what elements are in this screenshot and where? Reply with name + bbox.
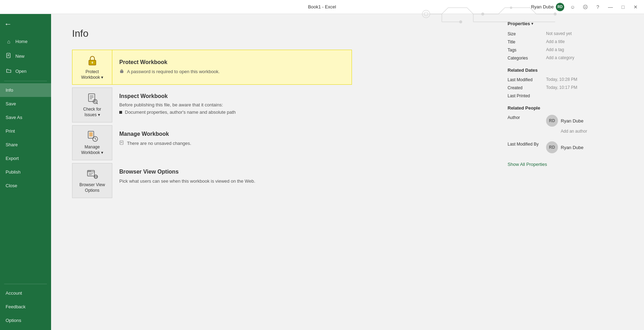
maximize-button[interactable]: □: [617, 1, 629, 13]
inspect-bullet-1: Document properties, author's name and a…: [119, 110, 345, 115]
sidebar-share-label: Share: [6, 142, 18, 147]
author-avatar: RD: [546, 115, 558, 127]
lastmodby-person-row: RD Ryan Dube: [546, 141, 583, 153]
close-button[interactable]: ✕: [630, 1, 641, 13]
browser-icon: [86, 168, 99, 180]
sidebar-item-save[interactable]: Save: [0, 97, 51, 111]
prop-row-lastmod: Last Modified Today, 10:28 PM: [508, 77, 634, 82]
main-content: Info ProtectWorkbook ▾ Protect: [51, 14, 497, 330]
sidebar-item-export[interactable]: Export: [0, 152, 51, 165]
related-dates-header: Related Dates: [508, 68, 634, 73]
prop-lastmod-value: Today, 10:28 PM: [546, 77, 634, 82]
user-info: Ryan Dube RD: [531, 3, 564, 11]
sidebar-item-new[interactable]: New: [0, 49, 51, 64]
prop-lastmod-label: Last Modified: [508, 77, 543, 82]
protect-workbook-button[interactable]: ProtectWorkbook ▾: [72, 50, 112, 85]
manage-desc: There are no unsaved changes.: [119, 140, 345, 147]
sidebar-item-feedback[interactable]: Feedback: [0, 300, 51, 314]
prop-lastmodby-value: RD Ryan Dube: [546, 141, 583, 155]
sidebar-item-account[interactable]: Account: [0, 286, 51, 300]
manage-workbook-content: Manage Workbook There are no unsaved cha…: [112, 125, 352, 153]
open-icon: [6, 68, 12, 75]
related-people-header: Related People: [508, 105, 634, 111]
title-bar: Book1 - Excel Ryan Dube RD ☺ ☹ ? — □ ✕: [0, 0, 644, 14]
svg-rect-36: [89, 132, 93, 136]
sidebar-item-publish[interactable]: Publish: [0, 165, 51, 179]
prop-row-categories: Categories Add a category: [508, 55, 634, 61]
prop-title-label: Title: [508, 39, 543, 44]
user-name: Ryan Dube: [531, 4, 554, 9]
properties-panel: Properties ▾ Size Not saved yet Title Ad…: [497, 14, 644, 330]
minimize-button[interactable]: —: [605, 1, 616, 13]
sidebar-item-options[interactable]: Options: [0, 314, 51, 327]
sidebar-nav: ⌂ Home New Open Info Save: [0, 34, 51, 282]
prop-tags-value[interactable]: Add a tag: [546, 47, 634, 52]
sidebar-bottom: Account Feedback Options: [0, 282, 51, 330]
svg-line-8: [498, 8, 505, 14]
sidebar-item-home[interactable]: ⌂ Home: [0, 34, 51, 49]
main-layout: ← ⌂ Home New Open Info: [0, 14, 644, 330]
prop-row-tags: Tags Add a tag: [508, 47, 634, 52]
sidebar-saveas-label: Save As: [6, 115, 22, 120]
show-all-properties-link[interactable]: Show All Properties: [508, 162, 547, 167]
sidebar-divider-2: [4, 284, 47, 284]
sidebar: ← ⌂ Home New Open Info: [0, 14, 51, 330]
sidebar-item-share[interactable]: Share: [0, 138, 51, 152]
lastmodby-avatar: RD: [546, 141, 558, 153]
sidebar-publish-label: Publish: [6, 169, 21, 175]
inspect-bullet-text: Document properties, author's name and a…: [125, 110, 236, 115]
prop-row-author: Author RD Ryan Dube Add an author: [508, 115, 634, 139]
svg-rect-26: [92, 62, 93, 64]
sidebar-divider-1: [4, 81, 47, 81]
sidebar-open-label: Open: [15, 69, 27, 74]
protect-workbook-content: Protect Workbook A password is required …: [112, 50, 352, 85]
right-layout: Info ProtectWorkbook ▾ Protect: [51, 14, 644, 330]
prop-categories-value[interactable]: Add a category: [546, 55, 634, 60]
prop-lastmodby-label: Last Modified By: [508, 141, 543, 147]
prop-author-label: Author: [508, 115, 543, 120]
sidebar-item-open[interactable]: Open: [0, 64, 51, 79]
prop-categories-label: Categories: [508, 55, 543, 61]
prop-title-value[interactable]: Add a title: [546, 39, 634, 44]
prop-row-lastmodby: Last Modified By RD Ryan Dube: [508, 141, 634, 155]
new-doc-icon: [6, 53, 12, 59]
sidebar-info-label: Info: [6, 87, 13, 93]
sidebar-item-close[interactable]: Close: [0, 179, 51, 192]
frown-icon[interactable]: ☹: [580, 1, 591, 13]
prop-row-size: Size Not saved yet: [508, 31, 634, 36]
prop-row-title: Title Add a title: [508, 39, 634, 44]
properties-header[interactable]: Properties ▾: [508, 21, 634, 26]
prop-author-value: RD Ryan Dube Add an author: [546, 115, 587, 139]
title-bar-icons: ☺ ☹ ? — □ ✕: [567, 1, 641, 13]
inspect-workbook-title: Inspect Workbook: [119, 93, 345, 99]
prop-row-lastprinted: Last Printed: [508, 93, 634, 98]
svg-line-39: [95, 139, 96, 140]
help-icon[interactable]: ?: [592, 1, 603, 13]
properties-title: Properties: [508, 21, 530, 26]
sidebar-item-print[interactable]: Print: [0, 124, 51, 138]
svg-point-45: [88, 171, 89, 171]
smiley-icon[interactable]: ☺: [567, 1, 578, 13]
back-arrow-icon: ←: [4, 20, 12, 29]
add-author-link[interactable]: Add an author: [546, 129, 587, 134]
bullet-icon: [119, 111, 122, 114]
sidebar-save-label: Save: [6, 101, 16, 106]
manage-workbook-button[interactable]: ManageWorkbook ▾: [72, 125, 112, 160]
browser-view-desc-text: Pick what users can see when this workbo…: [119, 178, 255, 185]
sidebar-item-info[interactable]: Info: [0, 83, 51, 97]
prop-created-value: Today, 10:17 PM: [546, 85, 634, 90]
prop-lastprinted-label: Last Printed: [508, 93, 543, 98]
check-for-issues-button[interactable]: Check forIssues ▾: [72, 87, 112, 122]
prop-size-value: Not saved yet: [546, 31, 634, 36]
manage-doc-icon: [119, 140, 124, 146]
back-button[interactable]: ←: [0, 14, 51, 34]
svg-rect-28: [89, 94, 95, 101]
prop-size-label: Size: [508, 31, 543, 36]
browser-view-button[interactable]: Browser ViewOptions: [72, 163, 112, 198]
author-person-row: RD Ryan Dube: [546, 115, 587, 127]
sidebar-item-saveas[interactable]: Save As: [0, 111, 51, 124]
svg-line-3: [442, 8, 448, 14]
protect-workbook-icon-label: ProtectWorkbook ▾: [81, 69, 103, 80]
check-issues-icon-label: Check forIssues ▾: [83, 107, 101, 118]
manage-workbook-title: Manage Workbook: [119, 131, 345, 137]
